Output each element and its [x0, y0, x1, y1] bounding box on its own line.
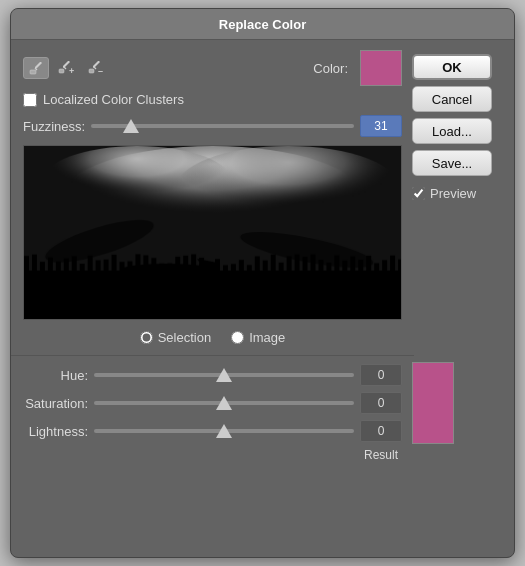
localized-color-clusters-label: Localized Color Clusters — [43, 92, 184, 107]
saturation-label: Saturation: — [23, 396, 88, 411]
eyedropper-button[interactable] — [23, 57, 49, 79]
hue-label: Hue: — [23, 368, 88, 383]
lightness-row: Lightness: — [23, 420, 402, 442]
view-mode-row: Selection Image — [23, 330, 402, 345]
saturation-slider-container — [94, 393, 354, 413]
ok-button[interactable]: OK — [412, 54, 492, 80]
image-label: Image — [249, 330, 285, 345]
color-swatch[interactable] — [360, 50, 402, 86]
hsl-section: Hue: Saturation: — [23, 364, 402, 462]
result-label: Result — [23, 448, 402, 462]
lightness-right — [360, 420, 402, 442]
hue-row: Hue: — [23, 364, 402, 386]
svg-rect-0 — [30, 70, 36, 74]
toolbar: + – Color: — [23, 50, 402, 86]
hue-right — [360, 364, 402, 386]
selection-radio[interactable] — [140, 331, 153, 344]
svg-line-3 — [64, 67, 66, 69]
lightness-thumb[interactable] — [216, 424, 232, 438]
svg-text:–: – — [98, 66, 103, 76]
fuzziness-slider-container — [91, 116, 354, 136]
image-option[interactable]: Image — [231, 330, 285, 345]
lightness-label: Lightness: — [23, 424, 88, 439]
svg-rect-2 — [59, 69, 64, 73]
saturation-thumb[interactable] — [216, 396, 232, 410]
image-radio[interactable] — [231, 331, 244, 344]
cancel-button[interactable]: Cancel — [412, 86, 492, 112]
preview-checkbox[interactable] — [412, 187, 425, 200]
saturation-row: Saturation: — [23, 392, 402, 414]
save-button[interactable]: Save... — [412, 150, 492, 176]
saturation-input[interactable] — [360, 392, 402, 414]
svg-line-6 — [94, 67, 96, 69]
selection-option[interactable]: Selection — [140, 330, 211, 345]
localized-color-clusters-row: Localized Color Clusters — [23, 92, 402, 107]
result-swatch — [412, 362, 454, 444]
lightness-slider-container — [94, 421, 354, 441]
preview-label: Preview — [430, 186, 476, 201]
fuzziness-input[interactable] — [360, 115, 402, 137]
svg-text:+: + — [69, 66, 74, 76]
preview-row: Preview — [412, 186, 502, 201]
preview-canvas — [24, 146, 401, 319]
hue-slider-container — [94, 365, 354, 385]
hue-thumb[interactable] — [216, 368, 232, 382]
svg-line-1 — [35, 68, 37, 70]
add-eyedropper-button[interactable]: + — [53, 57, 79, 79]
load-button[interactable]: Load... — [412, 118, 492, 144]
dialog-title: Replace Color — [11, 9, 514, 40]
color-label: Color: — [313, 61, 348, 76]
localized-color-clusters-checkbox[interactable] — [23, 93, 37, 107]
svg-rect-5 — [89, 69, 94, 73]
lightness-input[interactable] — [360, 420, 402, 442]
fuzziness-row: Fuzziness: — [23, 115, 402, 137]
hue-input[interactable] — [360, 364, 402, 386]
saturation-right — [360, 392, 402, 414]
subtract-eyedropper-button[interactable]: – — [83, 57, 109, 79]
left-panel: + – Color: — [23, 50, 402, 462]
selection-label: Selection — [158, 330, 211, 345]
preview-image — [23, 145, 402, 320]
replace-color-dialog: Replace Color + — [10, 8, 515, 558]
fuzziness-label: Fuzziness: — [23, 119, 85, 134]
divider — [11, 355, 414, 356]
fuzziness-thumb[interactable] — [123, 119, 139, 133]
